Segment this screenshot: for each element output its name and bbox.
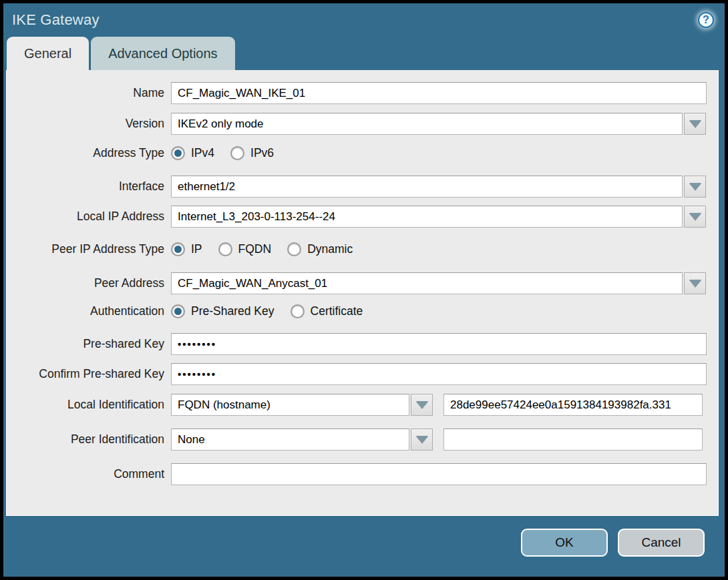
tab-bar: General Advanced Options: [3, 37, 725, 70]
radio-ip-label: IP: [191, 242, 202, 256]
confirm-pre-shared-key-label: Confirm Pre-shared Key: [7, 367, 171, 381]
authentication-label: Authentication: [7, 304, 171, 318]
peer-address-dropdown-input[interactable]: [171, 272, 683, 294]
radio-fqdn[interactable]: [218, 242, 232, 256]
version-row: Version: [7, 113, 718, 135]
radio-ipv4[interactable]: [171, 146, 185, 160]
radio-certificate[interactable]: [291, 304, 305, 318]
chevron-down-icon: [689, 280, 701, 287]
peer-address-label: Peer Address: [7, 276, 171, 290]
pre-shared-key-row: Pre-shared Key: [7, 333, 718, 355]
local-ip-address-dropdown-button[interactable]: [684, 206, 706, 228]
address-type-label: Address Type: [7, 146, 171, 160]
version-dropdown-input[interactable]: [171, 113, 683, 135]
radio-fqdn-label: FQDN: [238, 242, 272, 256]
tab-general[interactable]: General: [7, 37, 89, 70]
local-ip-address-row: Local IP Address: [7, 206, 718, 228]
authentication-row: Authentication Pre-Shared Key Certificat…: [7, 304, 718, 318]
name-input[interactable]: [171, 82, 707, 104]
radio-ipv6[interactable]: [230, 146, 244, 160]
local-identification-row: Local Identification: [7, 394, 718, 416]
peer-ip-address-type-row: Peer IP Address Type IP FQDN Dynamic: [7, 242, 718, 256]
peer-address-row: Peer Address: [7, 272, 718, 294]
radio-dynamic[interactable]: [287, 242, 301, 256]
local-ip-address-label: Local IP Address: [7, 210, 171, 224]
radio-certificate-label: Certificate: [311, 304, 363, 318]
tab-advanced-options[interactable]: Advanced Options: [91, 37, 234, 70]
radio-ipv6-label: IPv6: [250, 146, 274, 160]
radio-dynamic-label: Dynamic: [307, 242, 353, 256]
general-tab-panel: Name Version Address Type IPv4 IPv6 Inte…: [6, 70, 719, 516]
cancel-button[interactable]: Cancel: [618, 529, 705, 557]
chevron-down-icon: [689, 183, 701, 190]
peer-identification-label: Peer Identification: [7, 432, 171, 447]
confirm-pre-shared-key-input[interactable]: [171, 363, 707, 385]
chevron-down-icon: [689, 213, 701, 220]
interface-dropdown-button[interactable]: [684, 176, 706, 198]
peer-identification-type-dropdown-input[interactable]: [171, 428, 409, 451]
help-icon[interactable]: ?: [698, 12, 714, 28]
peer-address-dropdown-button[interactable]: [684, 272, 706, 294]
comment-input[interactable]: [171, 463, 707, 485]
name-row: Name: [7, 82, 718, 104]
ike-gateway-dialog: IKE Gateway ? General Advanced Options N…: [0, 0, 728, 580]
interface-label: Interface: [7, 180, 171, 194]
local-ip-address-dropdown-input[interactable]: [171, 206, 683, 228]
radio-ipv4-label: IPv4: [191, 146, 214, 160]
confirm-pre-shared-key-row: Confirm Pre-shared Key: [7, 363, 718, 385]
footer-bar: OK Cancel: [3, 516, 725, 569]
radio-pre-shared-key-label: Pre-Shared Key: [191, 304, 275, 318]
chevron-down-icon: [416, 436, 428, 443]
pre-shared-key-label: Pre-shared Key: [7, 337, 171, 351]
comment-row: Comment: [7, 463, 718, 485]
title-bar: IKE Gateway ?: [3, 3, 725, 37]
version-label: Version: [7, 117, 171, 131]
interface-row: Interface: [7, 176, 718, 198]
version-dropdown-button[interactable]: [684, 113, 706, 135]
interface-dropdown-input[interactable]: [171, 176, 683, 198]
local-identification-dropdown-button[interactable]: [411, 394, 433, 416]
peer-identification-value-input[interactable]: [443, 428, 703, 451]
dialog-title: IKE Gateway: [12, 11, 100, 29]
comment-label: Comment: [7, 467, 171, 481]
chevron-down-icon: [416, 401, 428, 408]
pre-shared-key-input[interactable]: [171, 333, 707, 355]
local-identification-value-input[interactable]: [443, 394, 703, 416]
peer-identification-dropdown-button[interactable]: [411, 428, 433, 451]
chevron-down-icon: [689, 120, 701, 127]
name-label: Name: [7, 86, 171, 100]
radio-pre-shared-key[interactable]: [171, 304, 185, 318]
local-identification-label: Local Identification: [7, 398, 171, 412]
local-identification-type-dropdown-input[interactable]: [171, 394, 409, 416]
peer-ip-address-type-label: Peer IP Address Type: [7, 242, 171, 256]
radio-ip[interactable]: [171, 242, 185, 256]
address-type-row: Address Type IPv4 IPv6: [7, 146, 718, 160]
peer-identification-row: Peer Identification: [7, 428, 718, 451]
ok-button[interactable]: OK: [521, 529, 608, 557]
